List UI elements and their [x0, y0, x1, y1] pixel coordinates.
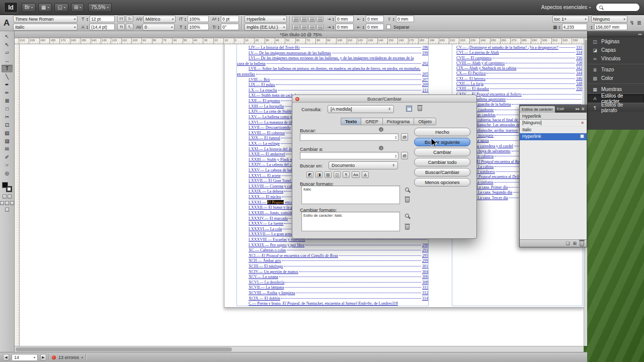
dock-item-estilos-de-caracter[interactable]: AEstilos de carácter — [588, 94, 644, 103]
panel-menu-icon[interactable]: ≣ — [581, 107, 585, 111]
style-row[interactable]: [Ninguno]✕ — [520, 120, 587, 127]
current-style-field[interactable]: Hyperlink — [520, 113, 587, 120]
tracking-select[interactable]: 0 — [142, 24, 175, 31]
search-in-select[interactable]: Documento — [329, 161, 398, 169]
justify-all-button[interactable] — [316, 24, 324, 30]
include-hidden-layers-icon[interactable]: ▨ — [325, 171, 332, 178]
frame-width-stepper[interactable]: 156,007 mm — [591, 24, 627, 31]
delete-query-icon[interactable] — [418, 106, 422, 111]
app-search-field[interactable] — [596, 3, 640, 12]
pencil-tool[interactable]: ✏ — [2, 89, 13, 97]
dock-item-paginas[interactable]: ◫Páginas — [588, 37, 644, 46]
specify-find-format-icon[interactable] — [405, 188, 409, 192]
vertical-scale-stepper[interactable]: 100% — [185, 16, 209, 23]
new-style-icon[interactable]: ⊞ — [573, 241, 577, 246]
free-transform-tool[interactable]: ⊡ — [2, 121, 13, 129]
leading-stepper[interactable]: (14,4 pt) — [87, 24, 115, 31]
dock-item-capas[interactable]: ◪Capas — [588, 46, 644, 54]
font-size-stepper[interactable]: 12 pt — [87, 16, 115, 23]
find-format-box[interactable]: Italic — [301, 186, 400, 204]
apply-none-button[interactable] — [10, 201, 14, 205]
zoom-tool[interactable]: ◎ — [2, 169, 13, 177]
dialog-title-bar[interactable]: Buscar/Cambiar — [292, 95, 476, 103]
type-tool[interactable]: T — [2, 65, 13, 72]
tab-texto[interactable]: Texto — [341, 118, 361, 125]
change-all-button[interactable]: Cambiar todo — [414, 158, 470, 166]
style-row[interactable]: Italic — [520, 127, 587, 134]
scrollbar-thumb[interactable] — [16, 347, 232, 351]
bridge-icon[interactable]: Br▾ — [22, 3, 36, 12]
close-icon[interactable] — [295, 97, 299, 101]
subscript-button[interactable]: T₁ — [126, 24, 133, 30]
find-change-button[interactable]: Buscar/Cambiar — [414, 168, 470, 176]
dock-header[interactable]: ▸▸ — [588, 31, 644, 37]
screen-mode-icon[interactable]: ◱▾ — [54, 3, 68, 12]
direct-selection-tool[interactable]: ⇖ — [2, 41, 13, 48]
apply-gradient-button[interactable] — [5, 201, 9, 205]
horizontal-scale-stepper[interactable]: 100% — [185, 24, 209, 31]
justify-button[interactable] — [316, 16, 324, 22]
align-center-button[interactable] — [300, 16, 307, 22]
change-to-input[interactable] — [300, 152, 398, 159]
paragraph-style-select[interactable]: toc 1+ — [552, 16, 589, 23]
tab-pictograma[interactable]: Pictograma — [382, 118, 414, 125]
next-page-button[interactable]: ▶ — [40, 354, 46, 360]
dock-item-vinculos[interactable]: ∞Vínculos — [588, 54, 644, 63]
scissors-tool[interactable]: ✂ — [2, 113, 13, 121]
formatting-affects-text-icon[interactable] — [8, 195, 12, 199]
arrange-documents-icon[interactable]: ⊞▾ — [71, 3, 84, 12]
recent-changes-icon[interactable] — [395, 154, 396, 158]
rectangle-frame-tool[interactable]: ⊠ — [2, 97, 13, 105]
done-button[interactable]: Hecho — [414, 128, 470, 136]
panel-collapse-icon[interactable]: ▸▸ — [576, 107, 580, 111]
special-characters-find-icon[interactable]: @ — [401, 133, 408, 141]
clear-find-format-icon[interactable] — [405, 197, 410, 203]
formatting-affects-container-icon[interactable] — [3, 195, 7, 199]
indent-first-stepper[interactable]: 0 mm — [333, 24, 354, 31]
superscript-button[interactable]: T¹ — [126, 16, 133, 22]
character-formatting-icon[interactable]: A — [3, 18, 11, 28]
gradient-feather-tool[interactable]: ▨ — [2, 137, 13, 145]
view-options-icon[interactable]: ▦▾ — [38, 3, 52, 12]
collapse-dock-icon[interactable]: ▸▸ — [638, 32, 642, 36]
change-format-box[interactable]: Estilo de carácter: italic — [301, 212, 400, 231]
indent-right-stepper[interactable]: 0 mm — [363, 16, 384, 23]
find-what-input[interactable] — [300, 133, 398, 141]
align-left-button[interactable] — [292, 16, 299, 22]
query-select[interactable]: [A medida] — [328, 105, 394, 113]
gradient-tool[interactable]: ▧ — [2, 129, 13, 137]
tab-character-styles[interactable]: Estilos de carácter — [520, 106, 555, 113]
include-master-pages-icon[interactable]: ◫ — [334, 171, 341, 178]
eyedropper-tool[interactable]: ✐ — [2, 153, 13, 161]
baseline-shift-stepper[interactable]: 0 pt — [218, 16, 239, 23]
panel-menu-icon[interactable]: ≣ — [637, 20, 641, 26]
change-button[interactable]: Cambiar — [414, 148, 470, 156]
align-right-button[interactable] — [308, 16, 315, 22]
line-tool[interactable]: ╲ — [2, 73, 13, 80]
all-caps-button[interactable]: TT — [117, 16, 125, 22]
whole-word-icon[interactable]: A̲ — [362, 171, 369, 178]
fill-stroke-swatches[interactable] — [2, 182, 12, 192]
indent-last-stepper[interactable]: 0 mm — [363, 24, 384, 31]
chevron-down-icon[interactable]: ▾ — [82, 355, 83, 359]
include-locked-layers-icon[interactable]: ◩ — [306, 171, 313, 178]
style-row[interactable]: Hyperlink — [520, 133, 587, 140]
font-family-select[interactable]: Times New Roman — [13, 16, 77, 23]
horizontal-ruler[interactable]: 2102001901801701601501401301201101009080… — [15, 38, 584, 44]
save-query-icon[interactable] — [406, 106, 412, 112]
skew-stepper[interactable]: 0° — [218, 24, 239, 31]
hand-tool[interactable]: ☞ — [2, 161, 13, 169]
tab-grep[interactable]: GREP — [361, 118, 382, 125]
delete-style-icon[interactable] — [580, 241, 584, 246]
dock-item-estilos-de-parrafo[interactable]: ¶Estilos de párrafo — [588, 103, 644, 112]
remove-style-icon[interactable]: ✕ — [581, 121, 584, 125]
recent-searches-icon[interactable] — [395, 135, 396, 139]
rectangle-tool[interactable]: □ — [2, 105, 13, 113]
grid-stepper[interactable]: 4,233 — [559, 24, 587, 31]
document-tab[interactable]: *Sin título-10 @ 75% — [280, 32, 322, 37]
pen-tool[interactable]: ✒ — [2, 81, 13, 88]
indent-left-stepper[interactable]: 0 mm — [333, 16, 354, 23]
dock-item-muestras[interactable]: ▦Muestras — [588, 85, 644, 94]
fill-swatch[interactable] — [2, 182, 8, 188]
horizontal-scrollbar[interactable] — [15, 346, 584, 352]
